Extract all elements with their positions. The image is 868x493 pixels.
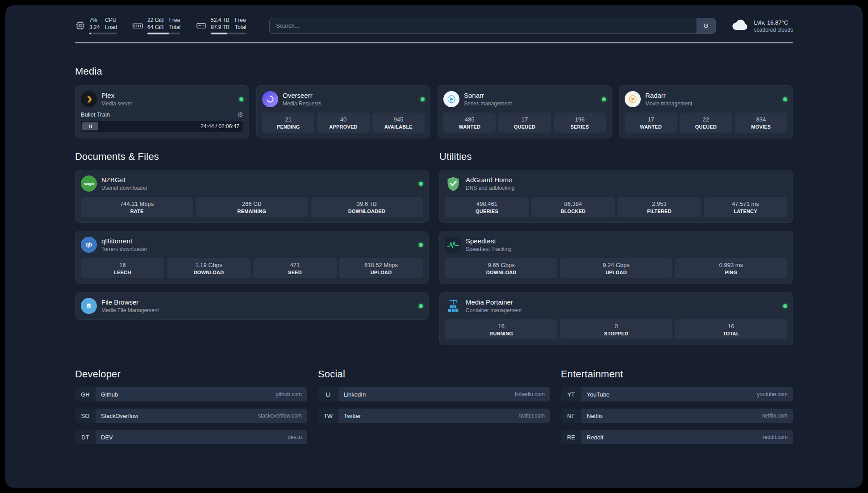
stat-label: FILTERED (619, 209, 699, 214)
service-name: Sonarr (464, 92, 512, 100)
disk-progress (211, 33, 246, 34)
disk-total-value: 97.9 TB (211, 24, 230, 31)
stat-value: 498,461 (447, 201, 527, 207)
stat-label: RATE (83, 209, 191, 214)
memory-widget: 22 GiB64 GiB FreeTotal (132, 17, 180, 34)
section-developer: Developer GH Githubgithub.com SO StackOv… (75, 368, 307, 451)
service-subtitle: Media File Management (101, 307, 159, 313)
cloud-icon (731, 18, 750, 33)
stat-tile: 39.6 TBDOWNLOADED (311, 197, 423, 217)
stat-value: 17 (626, 116, 675, 123)
bookmark-domain: netflix.com (762, 413, 788, 419)
stat-label: PENDING (264, 124, 313, 130)
bookmark-stackoverflow[interactable]: SO StackOverflowstackoverflow.com (75, 409, 307, 423)
adguard-icon (445, 175, 461, 192)
stat-value: 9.65 Gbps (447, 262, 555, 268)
service-subtitle: Speedtest Tracking (466, 246, 512, 252)
disk-free-value: 52.4 TB (211, 17, 230, 24)
stat-label: DOWNLOAD (169, 270, 249, 275)
bookmark-abbr: YT (561, 387, 581, 401)
stat-label: UPLOAD (562, 270, 670, 275)
stat-tile: 9.24 GbpsUPLOAD (560, 258, 672, 278)
bookmark-dev[interactable]: DT DEVdev.to (75, 430, 307, 444)
disk-icon (196, 20, 207, 31)
service-card-radarr[interactable]: Radarr Movie management 17WANTED 22QUEUE… (619, 85, 793, 138)
service-subtitle: Media server (101, 100, 132, 107)
stat-label: TOTAL (677, 331, 785, 336)
search-input[interactable] (270, 18, 696, 33)
service-card-plex[interactable]: Plex Media server Bullet Train ⚙ 24:44 /… (75, 85, 249, 138)
cpu-load-label: Load (105, 24, 117, 31)
stat-label: SERIES (555, 124, 604, 130)
service-name: NZBGet (101, 176, 147, 184)
service-name: Speedtest (466, 237, 512, 246)
bookmark-github[interactable]: GH Githubgithub.com (75, 387, 307, 401)
screenshot-frame: 7%3.24 CPULoad 22 GiB64 GiB FreeTotal (0, 0, 868, 493)
service-card-qbittorrent[interactable]: qb qBittorrent Torrent downloader 16LEEC… (75, 231, 429, 284)
stat-value: 945 (374, 116, 423, 123)
service-name: AdGuard Home (466, 176, 514, 184)
disk-total-label: Total (235, 24, 246, 31)
stat-tile: 47.571 msLATENCY (704, 197, 787, 217)
service-name: Radarr (645, 92, 692, 100)
stat-value: 16 (447, 323, 555, 330)
topbar-divider (75, 42, 793, 43)
stat-tile: 16TOTAL (675, 319, 787, 339)
section-title-social: Social (318, 368, 550, 380)
stat-value: 0 (562, 323, 670, 330)
stat-value: 744.21 Mbps (83, 201, 191, 207)
ram-total-label: Total (169, 24, 180, 31)
service-card-adguard[interactable]: AdGuard Home DNS and adblocking 498,461Q… (439, 170, 793, 223)
status-dot (419, 182, 423, 186)
bookmark-netflix[interactable]: NF Netflixnetflix.com (561, 409, 793, 423)
bookmark-domain: stackoverflow.com (258, 413, 302, 419)
status-dot (783, 97, 787, 101)
section-title-documents: Documents & Files (75, 151, 429, 163)
bookmark-reddit[interactable]: RE Redditreddit.com (561, 430, 793, 444)
stat-tile: 86,384BLOCKED (531, 197, 615, 217)
stat-label: RUNNING (447, 331, 555, 336)
service-card-speedtest[interactable]: Speedtest Speedtest Tracking 9.65 GbpsDO… (439, 231, 793, 284)
stat-label: LATENCY (705, 209, 785, 214)
bookmark-twitter[interactable]: TW Twittertwitter.com (318, 409, 550, 423)
cpu-value: 7% (89, 17, 100, 24)
bookmark-youtube[interactable]: YT YouTubeyoutube.com (561, 387, 793, 401)
section-utilities: Utilities AdGuard Home DNS and adblockin… (439, 151, 793, 345)
stat-label: UPLOAD (341, 270, 421, 275)
service-card-nzbget[interactable]: nzbget NZBGet Usenet downloader 744.21 M… (75, 170, 429, 223)
search-provider-button[interactable]: G (697, 18, 715, 33)
stat-tile: 834MOVIES (735, 113, 787, 133)
stat-tile: 498,461QUERIES (445, 197, 529, 217)
gear-icon[interactable]: ⚙ (238, 111, 243, 118)
bookmark-abbr: GH (75, 387, 96, 401)
service-card-filebrowser[interactable]: File Browser Media File Management (75, 292, 429, 320)
stat-label: PING (677, 270, 785, 275)
bookmark-domain: linkedin.com (515, 391, 545, 397)
stat-label: QUERIES (447, 209, 527, 214)
service-card-overseerr[interactable]: Overseerr Media Requests 21PENDING 40APP… (256, 85, 430, 138)
ram-total-value: 64 GiB (147, 24, 164, 31)
disk-free-label: Free (235, 17, 246, 24)
service-subtitle: Torrent downloader (101, 246, 147, 252)
service-card-portainer[interactable]: Media Portainer Container management 16R… (439, 292, 793, 345)
portainer-icon (445, 298, 461, 314)
service-subtitle: Media Requests (283, 100, 321, 107)
service-card-sonarr[interactable]: Sonarr Series management 485WANTED 17QUE… (438, 85, 612, 138)
service-subtitle: Usenet downloader (101, 185, 147, 191)
stat-label: DOWNLOADED (313, 209, 421, 214)
bookmark-linkedin[interactable]: LI LinkedInlinkedin.com (318, 387, 550, 401)
plex-icon (81, 91, 97, 107)
memory-progress (147, 33, 180, 34)
stat-value: 2,953 (619, 201, 699, 207)
section-entertainment: Entertainment YT YouTubeyoutube.com NF N… (561, 368, 793, 451)
section-title-entertainment: Entertainment (561, 368, 793, 380)
stat-value: 9.24 Gbps (562, 262, 670, 268)
bookmark-domain: twitter.com (519, 413, 545, 419)
status-dot (419, 304, 423, 308)
stat-label: STOPPED (562, 331, 670, 336)
bookmark-domain: reddit.com (763, 434, 788, 440)
cpu-label: CPU (105, 17, 117, 24)
stat-tile: 485WANTED (443, 113, 496, 133)
pause-button[interactable] (82, 122, 98, 130)
stat-value: 22 (681, 116, 730, 123)
